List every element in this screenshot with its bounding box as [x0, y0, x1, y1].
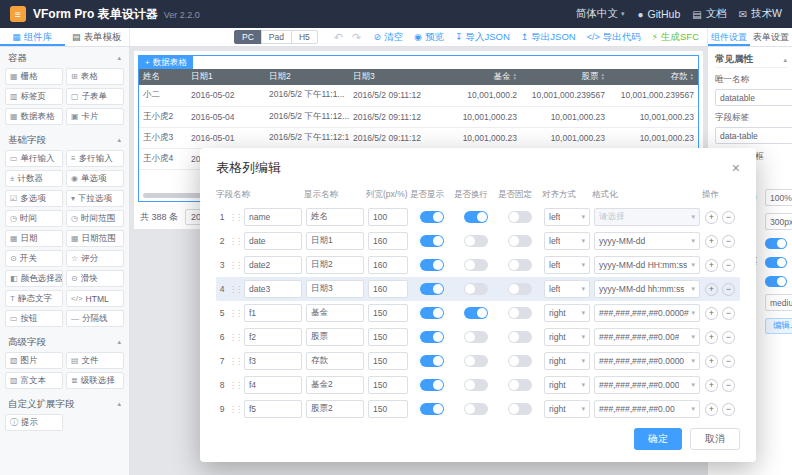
field-name-input[interactable]: date3: [244, 280, 302, 298]
show-column-switch[interactable]: [420, 259, 444, 271]
widget-item[interactable]: ⊞表格: [66, 68, 124, 85]
drag-handle-icon[interactable]: ⋮⋮: [228, 357, 242, 366]
remove-column-button[interactable]: −: [722, 379, 735, 392]
field-name-input[interactable]: name: [244, 208, 302, 226]
undo-icon[interactable]: ↶: [334, 31, 343, 44]
fixed-column-switch[interactable]: [508, 211, 532, 223]
fixed-column-switch[interactable]: [508, 403, 532, 415]
drag-handle-icon[interactable]: ⋮⋮: [228, 213, 242, 222]
widget-item[interactable]: ⊙开关: [5, 250, 63, 267]
wrap-column-switch[interactable]: [464, 235, 488, 247]
show-column-switch[interactable]: [420, 379, 444, 391]
sort-icon[interactable]: ▲▼: [513, 73, 517, 80]
field-name-input[interactable]: f3: [244, 352, 302, 370]
add-column-button[interactable]: +: [705, 331, 718, 344]
redo-icon[interactable]: ↷: [352, 31, 361, 44]
column-width-input[interactable]: 150: [368, 328, 408, 346]
fixed-column-switch[interactable]: [508, 355, 532, 367]
edit-columns-button[interactable]: 编辑...: [765, 318, 792, 334]
wrap-column-switch[interactable]: [464, 331, 488, 343]
toolbar-action-button[interactable]: </>导出代码: [587, 31, 641, 44]
column-width-input[interactable]: 160: [368, 280, 408, 298]
drag-handle-icon[interactable]: ⋮⋮: [228, 237, 242, 246]
column-width-input[interactable]: 160: [368, 256, 408, 274]
sort-icon[interactable]: ▲▼: [601, 73, 605, 80]
align-select[interactable]: left▾: [544, 256, 590, 274]
panel-tab[interactable]: ▤表单模板: [65, 28, 130, 46]
column-width-input[interactable]: 150: [368, 400, 408, 418]
widget-badge[interactable]: + 数据表格: [139, 56, 193, 69]
widget-item[interactable]: ▦日期: [5, 230, 63, 247]
sidebar-section-header[interactable]: 自定义扩展字段▴: [0, 396, 129, 412]
column-header[interactable]: 姓名: [139, 69, 187, 85]
widget-item[interactable]: —分隔线: [66, 310, 124, 327]
widget-item[interactable]: ±计数器: [5, 170, 63, 187]
wrap-column-switch[interactable]: [464, 403, 488, 415]
format-select[interactable]: yyyy-MM-dd▾: [594, 232, 700, 250]
add-column-button[interactable]: +: [705, 283, 718, 296]
widget-item[interactable]: ☆评分: [66, 250, 124, 267]
widget-item[interactable]: ▥标签页: [5, 88, 63, 105]
align-select[interactable]: left▾: [544, 280, 590, 298]
widget-item[interactable]: </>HTML: [66, 290, 124, 307]
device-button[interactable]: PC: [234, 30, 262, 44]
toolbar-action-button[interactable]: ◉预览: [414, 31, 444, 44]
column-header[interactable]: 存款▲▼: [609, 69, 698, 85]
display-name-input[interactable]: 基金2: [306, 376, 364, 394]
remove-column-button[interactable]: −: [722, 283, 735, 296]
column-header[interactable]: 股票▲▼: [521, 69, 609, 85]
drag-handle-icon[interactable]: ⋮⋮: [228, 381, 242, 390]
format-select[interactable]: ###,###,###,##0.000▾: [594, 376, 700, 394]
property-select[interactable]: medium▾: [765, 294, 792, 311]
widget-item[interactable]: ≣级联选择: [66, 372, 124, 389]
column-header[interactable]: 日期3: [349, 69, 433, 85]
drag-handle-icon[interactable]: ⋮⋮: [228, 309, 242, 318]
drag-handle-icon[interactable]: ⋮⋮: [228, 405, 242, 414]
align-select[interactable]: right▾: [544, 352, 590, 370]
column-header[interactable]: 日期1: [187, 69, 265, 85]
format-select[interactable]: yyyy-MM-dd hh:mm:ss▾: [594, 280, 700, 298]
remove-column-button[interactable]: −: [722, 259, 735, 272]
show-column-switch[interactable]: [420, 355, 444, 367]
toggle-switch[interactable]: [765, 238, 787, 249]
display-name-input[interactable]: 日期2: [306, 256, 364, 274]
widget-item[interactable]: ▭单行输入: [5, 150, 63, 167]
remove-column-button[interactable]: −: [722, 235, 735, 248]
field-name-input[interactable]: date2: [244, 256, 302, 274]
format-select[interactable]: ###,###,###,##0.0000▾: [594, 352, 700, 370]
widget-item[interactable]: ⓘ提示: [5, 414, 63, 431]
field-name-input[interactable]: f1: [244, 304, 302, 322]
widget-item[interactable]: ◉单选项: [66, 170, 124, 187]
format-select[interactable]: ###,###,###,##0.0000#▾: [594, 304, 700, 322]
format-select[interactable]: yyyy-MM-dd HH:mm:ss▾: [594, 256, 700, 274]
common-props-header[interactable]: 常见属性 ▴: [715, 52, 787, 68]
fixed-column-switch[interactable]: [508, 331, 532, 343]
header-link[interactable]: ✉技术W: [739, 7, 782, 21]
toolbar-action-button[interactable]: ⊘清空: [373, 31, 403, 44]
ok-button[interactable]: 确定: [634, 428, 682, 450]
display-name-input[interactable]: 股票: [306, 328, 364, 346]
widget-item[interactable]: ≡多行输入: [66, 150, 124, 167]
header-link[interactable]: ▤文档: [692, 7, 726, 21]
widget-item[interactable]: ◧颜色选择器: [5, 270, 63, 287]
fixed-column-switch[interactable]: [508, 259, 532, 271]
field-name-input[interactable]: f2: [244, 328, 302, 346]
wrap-column-switch[interactable]: [464, 379, 488, 391]
format-select[interactable]: 请选择▾: [594, 208, 700, 226]
align-select[interactable]: left▾: [544, 208, 590, 226]
widget-item[interactable]: ▾下拉选项: [66, 190, 124, 207]
remove-column-button[interactable]: −: [722, 403, 735, 416]
column-width-input[interactable]: 160: [368, 232, 408, 250]
widget-item[interactable]: ◷时间范围: [66, 210, 124, 227]
show-column-switch[interactable]: [420, 307, 444, 319]
field-name-input[interactable]: date: [244, 232, 302, 250]
wrap-column-switch[interactable]: [464, 211, 488, 223]
widget-item[interactable]: ☑多选项: [5, 190, 63, 207]
drag-handle-icon[interactable]: ⋮⋮: [228, 285, 242, 294]
display-name-input[interactable]: 基金: [306, 304, 364, 322]
device-button[interactable]: Pad: [261, 30, 292, 44]
display-name-input[interactable]: 股票2: [306, 400, 364, 418]
align-select[interactable]: right▾: [544, 304, 590, 322]
align-select[interactable]: right▾: [544, 400, 590, 418]
column-header[interactable]: 基金▲▼: [433, 69, 521, 85]
